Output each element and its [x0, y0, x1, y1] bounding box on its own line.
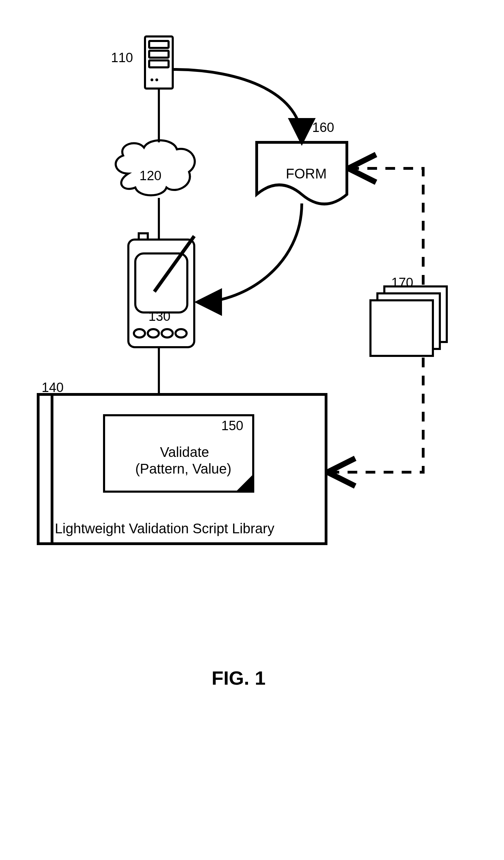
svg-point-9	[134, 329, 145, 337]
arrow-pattern-to-form	[351, 168, 423, 285]
svg-point-10	[148, 329, 159, 337]
svg-rect-2	[149, 51, 169, 58]
library-box	[38, 394, 326, 544]
svg-rect-19	[370, 300, 433, 356]
pattern-value-stack	[370, 286, 447, 356]
arrow-form-to-pda	[200, 203, 302, 302]
pda-icon	[128, 233, 194, 347]
diagram-svg	[0, 0, 504, 860]
svg-point-4	[151, 78, 153, 81]
svg-rect-8	[139, 233, 148, 240]
server-icon	[145, 36, 173, 89]
figure-page: 110 120 130 140 150 160 170 FORM Pattern…	[0, 0, 504, 860]
svg-rect-16	[104, 415, 253, 492]
svg-rect-14	[38, 394, 326, 544]
svg-point-12	[176, 329, 187, 337]
form-document-icon	[257, 142, 347, 204]
arrow-server-to-form	[173, 69, 302, 140]
svg-point-5	[155, 78, 158, 81]
svg-point-11	[162, 329, 173, 337]
cloud-icon	[116, 140, 195, 195]
svg-rect-3	[149, 60, 169, 67]
validate-box	[104, 415, 253, 492]
arrow-pattern-to-library	[330, 358, 423, 472]
svg-rect-1	[149, 41, 169, 48]
